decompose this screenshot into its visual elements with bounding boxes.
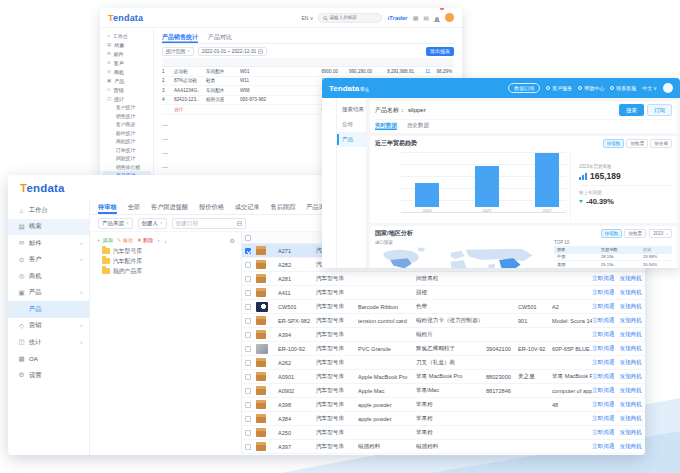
- header-menu-item[interactable]: 帮助中心: [578, 85, 604, 91]
- tab[interactable]: 成交记录: [235, 200, 260, 214]
- move-up-button[interactable]: ↑: [157, 238, 160, 244]
- discover-action-link[interactable]: 发现商机: [619, 401, 641, 409]
- sidebar-item[interactable]: ◎ 商机: [8, 268, 89, 285]
- move-down-button[interactable]: ↓: [164, 238, 167, 244]
- communicate-action-link[interactable]: 立即沟通: [592, 275, 614, 283]
- product-table-row[interactable]: A281 汽车型号库 回音果粒 立即沟通 发现商机: [242, 272, 645, 286]
- product-code-link[interactable]: A250: [278, 430, 316, 436]
- category-folder[interactable]: 汽车型号库: [96, 246, 235, 256]
- sidebar-item[interactable]: ▣ 产品 ∧: [8, 285, 89, 302]
- stats-table-row[interactable]: 1运动鞋车间配件W01 8900.00990,290.00 8,291,988.…: [162, 67, 454, 77]
- sidebar-item[interactable]: ◎ 商机: [100, 67, 153, 76]
- product-code-link[interactable]: A0901: [278, 374, 316, 380]
- product-code-link[interactable]: A384: [278, 416, 316, 422]
- tab[interactable]: 报价价格: [199, 200, 224, 214]
- tree-settings-gear-icon[interactable]: ⚙: [230, 237, 235, 244]
- toggle-pill[interactable]: 按笔数: [603, 139, 625, 148]
- sidebar-item[interactable]: ⚙ 设置: [8, 367, 89, 384]
- discover-action-link[interactable]: 发现商机: [619, 429, 641, 437]
- date-range-picker[interactable]: 2022-01-01 ~ 2022-12-31: [198, 47, 268, 56]
- product-code-link[interactable]: A262: [278, 360, 316, 366]
- row-checkbox[interactable]: [245, 290, 251, 296]
- row-checkbox[interactable]: [245, 430, 251, 436]
- sidebar-subitem[interactable]: 销售统计: [100, 112, 153, 121]
- product-table-row[interactable]: ER-SPX-982 汽车型号库 tension control card 磁粉…: [242, 314, 645, 328]
- product-code-link[interactable]: A282: [278, 262, 316, 268]
- sidebar-subitem[interactable]: 客户跟进: [100, 120, 153, 129]
- product-code-link[interactable]: A281: [278, 276, 316, 282]
- category-folder[interactable]: 汽车配件库: [96, 256, 235, 266]
- product-table-row[interactable]: A397 汽车型号库 磁感粉料 磁感粉料 立即沟通 发现商机: [242, 440, 645, 454]
- communicate-action-link[interactable]: 立即沟通: [592, 331, 614, 339]
- product-code-link[interactable]: ER-SPX-982: [278, 318, 316, 324]
- product-table-row[interactable]: ER-100-92 汽车型号库 PVC Granule 聚氯乙烯颗粒子 3904…: [242, 342, 645, 356]
- product-code-link[interactable]: A0902: [278, 388, 316, 394]
- row-checkbox[interactable]: [245, 374, 251, 380]
- discover-action-link[interactable]: 发现商机: [619, 415, 641, 423]
- communicate-action-link[interactable]: 立即沟通: [592, 387, 614, 395]
- product-table-row[interactable]: CW501 汽车型号库 Barcode Ribbon 色带 CW501 A2 立…: [242, 300, 645, 314]
- sidebar-subitem[interactable]: 回款统计: [100, 154, 153, 163]
- row-checkbox[interactable]: [245, 416, 251, 422]
- product-table-row[interactable]: A411 汽车型号库 甜橙 立即沟通 发现商机: [242, 286, 645, 300]
- row-checkbox[interactable]: [245, 332, 251, 338]
- data-subscribe-button[interactable]: 数据订阅: [508, 83, 540, 93]
- sidebar-subitem[interactable]: 邮件统计: [100, 129, 153, 138]
- discover-action-link[interactable]: 发现商机: [619, 331, 641, 339]
- language-switch[interactable]: EN ∨: [301, 15, 313, 21]
- sidebar-subitem[interactable]: 商机统计: [100, 137, 153, 146]
- sidebar-item[interactable]: ⊙ 客户 ∨: [8, 252, 89, 269]
- edit-category-button[interactable]: ✎ 修改: [117, 237, 133, 244]
- discover-action-link[interactable]: 发现商机: [619, 387, 641, 395]
- category-folder[interactable]: 我的产品库: [96, 266, 235, 276]
- scope-select[interactable]: 统计范围∨: [162, 47, 194, 56]
- row-checkbox[interactable]: [245, 276, 251, 282]
- user-avatar[interactable]: [445, 13, 454, 22]
- sidebar-subitem[interactable]: 订单统计: [100, 146, 153, 155]
- product-table-row[interactable]: A262 汽车型号库 刀叉（礼盒）装 立即沟通 发现商机: [242, 356, 645, 370]
- communicate-action-link[interactable]: 立即沟通: [592, 401, 614, 409]
- sidebar-item[interactable]: ◇ 营销: [100, 85, 153, 94]
- communicate-action-link[interactable]: 立即沟通: [592, 373, 614, 381]
- communicate-action-link[interactable]: 立即沟通: [592, 359, 614, 367]
- sidebar-item[interactable]: ▣ 产品: [100, 76, 153, 85]
- language-switch[interactable]: 中文 ∨: [642, 85, 657, 91]
- product-table-row[interactable]: A384 汽车型号库 apple powder 苹果粉 立即沟通 发现商机: [242, 412, 645, 426]
- data-tab[interactable]: 历史数据: [407, 122, 429, 130]
- discover-action-link[interactable]: 发现商机: [619, 317, 641, 325]
- toggle-pill[interactable]: 按数量: [624, 229, 646, 238]
- user-avatar[interactable]: [663, 83, 673, 93]
- discover-action-link[interactable]: 发现商机: [619, 345, 641, 353]
- nav-item[interactable]: 公司: [337, 117, 366, 132]
- product-code-link[interactable]: A271: [278, 248, 316, 254]
- apps-grid-icon[interactable]: ▦: [413, 15, 419, 21]
- row-checkbox[interactable]: [245, 346, 251, 352]
- export-report-button[interactable]: 导出报表: [426, 47, 454, 56]
- product-code-link[interactable]: A411: [278, 290, 316, 296]
- sidebar-item[interactable]: ✉ 邮件: [100, 49, 153, 58]
- toggle-pill[interactable]: 按笔数: [601, 229, 623, 238]
- row-checkbox[interactable]: [245, 444, 251, 450]
- discover-action-link[interactable]: 发现商机: [619, 303, 641, 311]
- select-all-checkbox[interactable]: [245, 235, 251, 241]
- add-category-button[interactable]: ＋ 添加: [96, 237, 113, 244]
- product-code-link[interactable]: CW501: [278, 304, 316, 310]
- row-checkbox[interactable]: [245, 262, 251, 268]
- sidebar-item[interactable]: ▦ OA: [8, 351, 89, 368]
- row-checkbox[interactable]: [245, 388, 251, 394]
- communicate-action-link[interactable]: 立即沟通: [592, 443, 614, 451]
- sidebar-item[interactable]: ⌂ 工作台: [100, 31, 153, 40]
- sidebar-item[interactable]: ⊙ 客户: [100, 58, 153, 67]
- sidebar-subitem[interactable]: 客户统计: [100, 103, 153, 112]
- sidebar-subitem[interactable]: 销售排行榜: [100, 163, 153, 172]
- delete-category-button[interactable]: ✕ 删除: [137, 237, 153, 244]
- row-checkbox[interactable]: [245, 304, 251, 310]
- row-checkbox[interactable]: [245, 248, 251, 254]
- notification-bell[interactable]: 5: [434, 9, 440, 27]
- tab[interactable]: 售后跟踪: [271, 200, 296, 214]
- product-table-row[interactable]: A0901 汽车型号库 Apple MacBook Pro 苹果 MacBook…: [242, 370, 645, 384]
- communicate-action-link[interactable]: 立即沟通: [592, 415, 614, 423]
- tab[interactable]: 产品销售统计: [162, 31, 198, 43]
- discover-action-link[interactable]: 发现商机: [619, 373, 641, 381]
- hs-code-link[interactable]: 88023000: [486, 374, 518, 380]
